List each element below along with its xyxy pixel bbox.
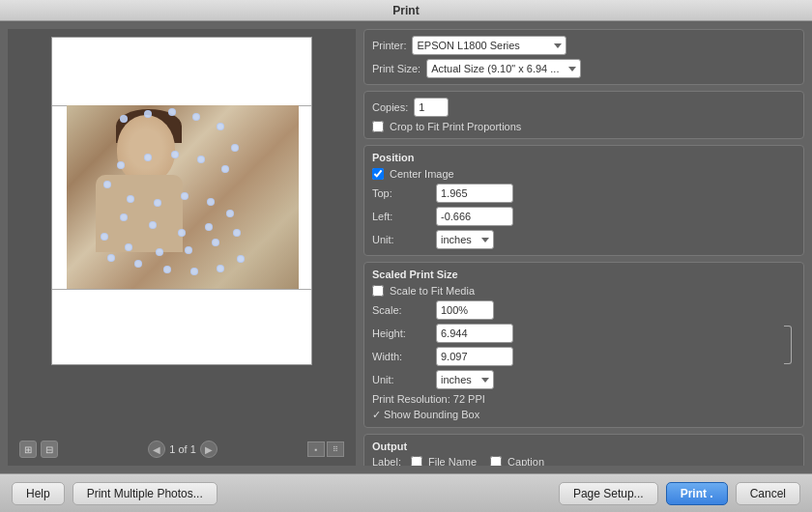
prev-page-button[interactable]: ◀: [148, 441, 165, 458]
unit-select[interactable]: inches: [436, 230, 494, 249]
selection-dot: [125, 243, 132, 251]
selection-dot: [217, 265, 224, 272]
center-image-checkbox[interactable]: [372, 168, 384, 180]
selection-dot: [103, 181, 111, 188]
selection-dot: [117, 161, 125, 169]
zoom-icon[interactable]: ⊟: [41, 441, 58, 458]
selection-dot: [192, 113, 200, 121]
crop-fit-row: Crop to Fit Print Proportions: [372, 121, 796, 132]
output-title: Output: [372, 441, 796, 452]
resolution-label: Print Resolution: 72 PPI: [372, 393, 485, 405]
print-size-label: Print Size:: [372, 63, 420, 74]
view-grid-button[interactable]: ⠿: [327, 441, 344, 457]
width-label: Width:: [372, 351, 430, 362]
height-row: Height:: [372, 324, 780, 343]
page-navigation: ◀ 1 of 1 ▶: [148, 441, 218, 458]
unit2-label: Unit:: [372, 374, 430, 385]
selection-dot: [233, 229, 241, 237]
selection-dot: [221, 165, 229, 173]
scale-row: Scale:: [372, 300, 796, 320]
printer-label: Printer:: [372, 40, 406, 51]
preview-controls: ⊞ ⊟ ◀ 1 of 1 ▶ ▪ ⠿: [15, 441, 348, 458]
left-input[interactable]: [436, 207, 513, 226]
selection-dot: [168, 108, 176, 116]
scaled-title: Scaled Print Size: [372, 269, 796, 280]
bounding-box-row: ✓ Show Bounding Box: [372, 409, 796, 421]
view-single-button[interactable]: ▪: [307, 441, 325, 457]
top-row: Top:: [372, 184, 796, 203]
fit-icon[interactable]: ⊞: [19, 441, 37, 458]
selection-dot: [107, 254, 115, 262]
output-section: Output Label: File Name Caption Border: …: [363, 434, 804, 466]
dialog-title: Print: [392, 4, 419, 17]
title-bar: Print: [0, 0, 812, 21]
print-size-select[interactable]: Actual Size (9.10" x 6.94 ...: [426, 59, 581, 78]
height-label: Height:: [372, 327, 430, 339]
scale-label: Scale:: [372, 304, 430, 316]
width-input[interactable]: [436, 347, 513, 366]
center-image-row: Center Image: [372, 168, 796, 180]
label-row: Label: File Name Caption: [372, 456, 796, 466]
selection-dot: [197, 156, 205, 163]
link-bracket: [784, 326, 792, 364]
label-text: Label:: [372, 456, 401, 466]
scale-fit-label: Scale to Fit Media: [390, 285, 475, 297]
dialog-body: ⊞ ⊟ ◀ 1 of 1 ▶ ▪ ⠿ Printer: EPSON L1800 …: [0, 21, 812, 473]
crop-fit-checkbox[interactable]: [372, 121, 384, 132]
selection-dot: [163, 266, 171, 273]
copies-section: Copies: Crop to Fit Print Proportions: [363, 91, 804, 139]
copies-input[interactable]: [414, 98, 449, 117]
paper-line-bottom: [52, 289, 311, 290]
top-input[interactable]: [436, 184, 513, 203]
selection-dot: [149, 221, 157, 229]
unit2-row: Unit: inches: [372, 370, 796, 389]
help-button[interactable]: Help: [12, 482, 65, 505]
selection-dot: [120, 115, 128, 123]
selection-dot: [190, 268, 198, 275]
bottom-bar: Help Print Multiple Photos... Page Setup…: [0, 473, 812, 512]
photo-area: [67, 105, 299, 289]
next-page-button[interactable]: ▶: [200, 441, 218, 458]
file-name-checkbox[interactable]: [411, 456, 422, 466]
scale-fit-row: Scale to Fit Media: [372, 285, 796, 297]
page-setup-button[interactable]: Page Setup...: [559, 482, 658, 505]
height-input[interactable]: [436, 324, 513, 343]
unit-label: Unit:: [372, 234, 430, 245]
print-multiple-button[interactable]: Print Multiple Photos...: [72, 482, 218, 505]
bounding-box-label: ✓ Show Bounding Box: [372, 409, 479, 421]
copies-label: Copies:: [372, 101, 408, 113]
page-indicator: 1 of 1: [169, 443, 196, 455]
selection-dot: [212, 239, 219, 246]
caption-checkbox[interactable]: [490, 456, 502, 466]
scale-input[interactable]: [436, 300, 494, 320]
caption-label: Caption: [508, 456, 544, 466]
selection-dot: [144, 110, 152, 118]
position-section: Position Center Image Top: Left: Unit: i…: [363, 145, 804, 256]
scale-fit-checkbox[interactable]: [372, 285, 384, 297]
selection-dot: [144, 154, 152, 161]
print-size-row: Print Size: Actual Size (9.10" x 6.94 ..…: [372, 59, 796, 78]
unit2-select[interactable]: inches: [436, 370, 494, 389]
left-row: Left:: [372, 207, 796, 226]
copies-row: Copies:: [372, 98, 796, 117]
bottom-right: Page Setup... Print . Cancel: [559, 482, 800, 505]
left-label: Left:: [372, 211, 430, 222]
printer-section: Printer: EPSON L1800 Series Print Size: …: [363, 29, 804, 85]
selection-dot: [181, 192, 188, 200]
selection-dot: [205, 223, 213, 231]
selection-dot: [120, 213, 128, 221]
preview-panel: ⊞ ⊟ ◀ 1 of 1 ▶ ▪ ⠿: [8, 29, 356, 466]
paper-preview: [51, 37, 312, 365]
photo-content: [67, 105, 299, 289]
cancel-button[interactable]: Cancel: [736, 482, 800, 505]
scaled-print-section: Scaled Print Size Scale to Fit Media Sca…: [363, 262, 804, 428]
selection-dot: [156, 248, 163, 256]
selection-dot: [217, 123, 224, 130]
selection-dot: [171, 151, 179, 158]
printer-row: Printer: EPSON L1800 Series: [372, 36, 796, 55]
selection-dot: [226, 210, 234, 217]
printer-select[interactable]: EPSON L1800 Series: [412, 36, 566, 55]
settings-panel: Printer: EPSON L1800 Series Print Size: …: [363, 29, 804, 466]
selection-dot: [134, 260, 142, 268]
print-button[interactable]: Print .: [666, 482, 728, 505]
